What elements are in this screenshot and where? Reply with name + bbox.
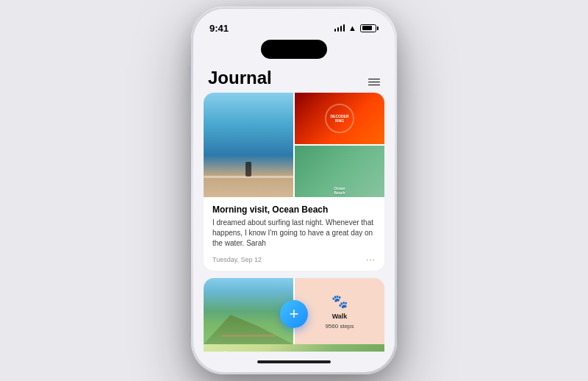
entry-1-text: Morning visit, Ocean Beach I dreamed abo…	[204, 197, 384, 252]
phone-frame: 9:41 ▲	[191, 7, 397, 374]
walk-steps: 9560 steps	[325, 323, 354, 330]
entry-1-title: Morning visit, Ocean Beach	[212, 204, 376, 215]
add-icon: +	[290, 306, 299, 322]
ocean-beach-label: OceanBeach	[334, 186, 345, 195]
app-content: Journal	[193, 59, 395, 352]
phone-screen: 9:41 ▲	[193, 9, 395, 372]
wifi-icon: ▲	[348, 24, 356, 32]
status-icons: ▲	[334, 24, 379, 32]
podcast-label: DECODERRING	[330, 114, 348, 123]
entry-1-date: Tuesday, Sep 12	[212, 256, 262, 263]
app-title: Journal	[208, 68, 272, 88]
home-bar	[257, 360, 331, 363]
app-header: Journal	[193, 59, 395, 93]
add-entry-button[interactable]: +	[280, 300, 308, 328]
entry-1-more[interactable]: ···	[366, 254, 376, 265]
walk-icon: 🐾	[331, 293, 348, 310]
menu-icon[interactable]	[368, 79, 380, 89]
dynamic-island	[261, 40, 327, 59]
home-indicator	[193, 352, 395, 372]
beach-photo	[204, 93, 293, 197]
screen-content: 9:41 ▲	[193, 9, 395, 372]
status-time: 9:41	[209, 23, 229, 34]
entry-1-body: I dreamed about surfing last night. When…	[212, 218, 376, 249]
podcast-photo: DECODERRING	[295, 93, 384, 144]
photo-grid-entry-1: DECODERRING OceanBeach	[204, 93, 384, 197]
map-widget: Mt. Diablo State Park	[204, 344, 384, 352]
entry-1-meta: Tuesday, Sep 12 ···	[204, 252, 384, 271]
map-tile-photo: OceanBeach	[295, 146, 384, 197]
battery-icon	[360, 24, 379, 32]
signal-icon	[334, 24, 345, 32]
walk-widget: 🐾 Walk 9560 steps	[295, 278, 384, 344]
walk-label: Walk	[332, 313, 348, 320]
journal-entry-1[interactable]: DECODERRING OceanBeach Morning visit, Oc	[204, 93, 384, 271]
status-bar: 9:41 ▲	[193, 9, 395, 38]
